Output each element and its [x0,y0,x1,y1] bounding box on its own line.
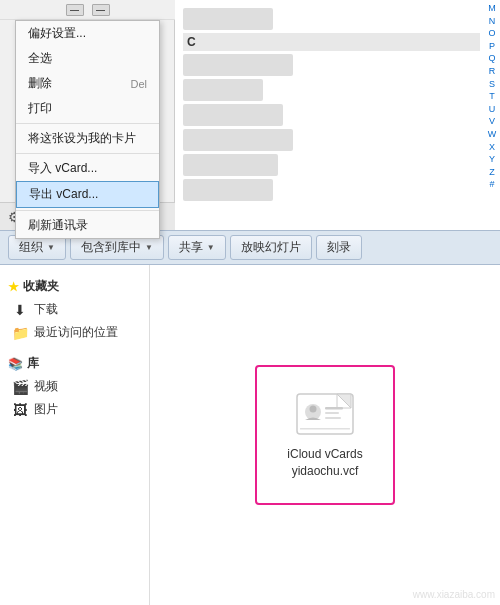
vcf-filename: iCloud vCards yidaochu.vcf [287,446,362,480]
menu-item-select-all[interactable]: 全选 [16,46,159,71]
svg-rect-7 [325,412,339,414]
watermark: www.xiazaiba.com [413,589,495,600]
organize-arrow: ▼ [47,243,55,252]
menu-separator3 [16,210,159,211]
alpha-s[interactable]: S [489,78,495,91]
sidebar-item-recent[interactable]: 📁 最近访问的位置 [0,321,149,344]
favorites-header: ★ 收藏夹 [0,275,149,298]
top-bar: — — [0,0,175,20]
contact-item[interactable] [183,8,273,30]
svg-point-5 [310,406,317,413]
menu-item-print[interactable]: 打印 [16,96,159,121]
burn-button[interactable]: 刻录 [316,235,362,260]
explorer-sidebar: ★ 收藏夹 ⬇ 下载 📁 最近访问的位置 📚 库 🎬 视频 🖼 [0,265,150,605]
contact-item[interactable] [183,179,273,201]
share-arrow: ▼ [207,243,215,252]
alpha-x[interactable]: X [489,141,495,154]
include-arrow: ▼ [145,243,153,252]
menu-item-preferences[interactable]: 偏好设置... [16,21,159,46]
contacts-area: — — 偏好设置... 全选 删除 Del 打印 将这张设为我的卡片 [0,0,500,230]
sidebar-item-pictures[interactable]: 🖼 图片 [0,398,149,421]
library-group: 📚 库 🎬 视频 🖼 图片 [0,352,149,421]
share-button[interactable]: 共享 ▼ [168,235,226,260]
star-icon: ★ [8,280,19,294]
menu-item-set-my-card[interactable]: 将这张设为我的卡片 [16,126,159,151]
menu-item-export-vcard[interactable]: 导出 vCard... [16,181,159,208]
left-panel: — — 偏好设置... 全选 删除 Del 打印 将这张设为我的卡片 [0,0,175,230]
contact-list-panel: C M N O P Q R S T U V W X Y Z # [175,0,500,230]
pictures-icon: 🖼 [12,402,28,418]
video-icon: 🎬 [12,379,28,395]
slideshow-button[interactable]: 放映幻灯片 [230,235,312,260]
alphabet-bar: M N O P Q R S T U V W X Y Z # [484,0,500,230]
library-folder-icon: 📚 [8,357,23,371]
vcf-file-item[interactable]: iCloud vCards yidaochu.vcf [255,365,395,505]
alpha-r[interactable]: R [489,65,496,78]
sidebar-item-video[interactable]: 🎬 视频 [0,375,149,398]
sidebar-item-downloads[interactable]: ⬇ 下载 [0,298,149,321]
alpha-u[interactable]: U [489,103,496,116]
section-header-c: C [183,33,480,51]
menu-item-import-vcard[interactable]: 导入 vCard... [16,156,159,181]
explorer-area: ★ 收藏夹 ⬇ 下载 📁 最近访问的位置 📚 库 🎬 视频 🖼 [0,265,500,605]
svg-rect-9 [300,428,350,430]
alpha-z[interactable]: Z [489,166,495,179]
library-header: 📚 库 [0,352,149,375]
contact-item[interactable] [183,54,293,76]
menu-separator [16,123,159,124]
alpha-w[interactable]: W [488,128,497,141]
context-menu: 偏好设置... 全选 删除 Del 打印 将这张设为我的卡片 导入 vCard.… [15,20,160,239]
recent-icon: 📁 [12,325,28,341]
menu-item-delete[interactable]: 删除 Del [16,71,159,96]
vcf-file-icon [295,390,355,438]
minimize-btn2[interactable]: — [92,4,110,16]
alpha-n[interactable]: N [489,15,496,28]
svg-rect-6 [325,407,343,410]
menu-separator2 [16,153,159,154]
alpha-p[interactable]: P [489,40,495,53]
contact-list: C [175,8,500,201]
alpha-m[interactable]: M [488,2,496,15]
alpha-q[interactable]: Q [488,52,495,65]
contact-item[interactable] [183,104,283,126]
contact-item[interactable] [183,154,278,176]
alpha-hash[interactable]: # [489,178,494,191]
favorites-group: ★ 收藏夹 ⬇ 下载 📁 最近访问的位置 [0,275,149,344]
explorer-main: iCloud vCards yidaochu.vcf www.xiazaiba.… [150,265,500,605]
svg-rect-8 [325,417,341,419]
alpha-o[interactable]: O [488,27,495,40]
menu-item-refresh[interactable]: 刷新通讯录 [16,213,159,238]
minimize-btn[interactable]: — [66,4,84,16]
alpha-t[interactable]: T [489,90,495,103]
contact-item[interactable] [183,79,263,101]
download-icon: ⬇ [12,302,28,318]
alpha-y[interactable]: Y [489,153,495,166]
alpha-v[interactable]: V [489,115,495,128]
contact-item[interactable] [183,129,293,151]
